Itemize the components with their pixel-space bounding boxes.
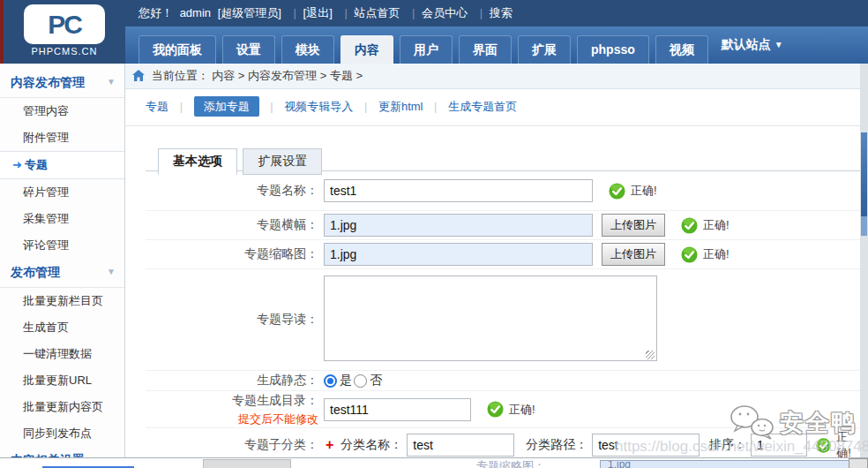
nav-tab-users[interactable]: 用户 (400, 35, 453, 64)
topic-name-input[interactable] (324, 179, 593, 202)
subcat-path-input[interactable] (592, 434, 700, 457)
topic-directory-input[interactable] (324, 398, 471, 421)
topic-thumbnail-input[interactable] (324, 243, 593, 266)
validation-status: 正确! (681, 246, 730, 263)
validation-status: 正确! (487, 401, 535, 418)
site-switcher[interactable]: 默认站点 ▼ (722, 26, 783, 64)
scrollbar-thumb[interactable] (861, 132, 867, 216)
subtab-bar: 专题 | 添加专题 | 视频专辑导入 | 更新html | 生成专题首页 (125, 89, 860, 126)
tab-extended-settings[interactable]: 扩展设置 (243, 148, 322, 175)
upload-image-button[interactable]: 上传图片 (602, 214, 665, 237)
validation-status: 正确! (681, 217, 730, 234)
subcat-name-input[interactable] (407, 434, 514, 457)
collapse-icon: ▼ (107, 267, 116, 276)
form-row-intro: 专题导读： (146, 269, 860, 371)
separator: | (434, 100, 437, 113)
logo-mark: PC (24, 4, 105, 44)
sidebar-item-batch-content[interactable]: 批量更新内容页 (0, 394, 124, 420)
sidebar-item-collection[interactable]: 采集管理 (0, 206, 124, 232)
field-label: 专题生成目录： (232, 393, 318, 409)
success-check-icon (681, 217, 698, 234)
field-label: 专题名称： (146, 183, 324, 199)
form-row-name: 专题名称： 正确! (146, 171, 860, 211)
sidebar-section-content-publish[interactable]: 内容发布管理 ▼ (0, 69, 124, 98)
sidebar-item-gen-home[interactable]: 生成首页 (0, 314, 124, 341)
sidebar-section-publish[interactable]: 发布管理 ▼ (0, 259, 124, 288)
separator: | (270, 100, 273, 113)
sidebar-item-batch-url[interactable]: 批量更新URL (0, 367, 124, 394)
logo-text: PHPCMS.CN (4, 46, 125, 57)
member-center-link[interactable]: 会员中心 (422, 6, 468, 19)
breadcrumb-trail[interactable]: 内容 > 内容发布管理 > 专题 > (212, 69, 363, 82)
background-thumb-input: 1.jpg (600, 460, 864, 468)
chevron-down-icon: ▼ (774, 40, 783, 49)
nav-tab-modules[interactable]: 模块 (281, 35, 334, 64)
topic-banner-input[interactable] (324, 214, 593, 237)
header: PC PHPCMS.CN 您好！ admin [超级管理员] | [退出] | … (0, 0, 868, 64)
sidebar-item-batch-category[interactable]: 批量更新栏目页 (0, 288, 124, 314)
upload-image-button[interactable]: 上传图片 (602, 243, 665, 266)
topic-intro-textarea[interactable] (324, 276, 657, 361)
background-button-fragment (849, 458, 868, 468)
sidebar-item-label: 专题 (25, 158, 48, 171)
username: admin (180, 6, 211, 19)
form-row-banner: 专题横幅： 上传图片 正确! (146, 211, 860, 240)
home-icon[interactable] (132, 65, 145, 90)
separator: | (344, 6, 347, 19)
status-text: 正确! (509, 402, 535, 418)
add-subcategory-button[interactable]: + (326, 437, 333, 453)
form-area: 基本选项 扩展设置 专题名称： 正确! 专题横幅： (146, 126, 860, 462)
section-title-label: 发布管理 (11, 265, 60, 279)
sidebar-item-comments[interactable]: 评论管理 (0, 232, 124, 259)
active-arrow-icon: ➜ (12, 158, 22, 171)
logout-link[interactable]: [退出] (303, 6, 333, 19)
sidebar-item-sync-publish[interactable]: 同步到发布点 (0, 420, 124, 447)
separator: | (412, 6, 415, 19)
site-home-link[interactable]: 站点首页 (354, 6, 400, 19)
nav-tab-settings[interactable]: 设置 (222, 35, 275, 64)
separator: | (294, 6, 296, 19)
field-label: 专题横幅： (146, 217, 324, 233)
nav-tab-video[interactable]: 视频 (655, 35, 708, 64)
greeting-text: 您好！ (138, 6, 173, 19)
subtab-add-topic[interactable]: 添加专题 (194, 96, 259, 117)
breadcrumb-prefix: 当前位置： (152, 69, 209, 82)
subtab-topic[interactable]: 专题 (146, 100, 168, 113)
nav-tab-phpsso[interactable]: phpsso (577, 35, 649, 64)
success-check-icon (816, 437, 831, 454)
sidebar-item-clean-data[interactable]: 一键清理数据 (0, 341, 124, 367)
form-tab-strip: 基本选项 扩展设置 (146, 126, 860, 171)
subcat-order-input[interactable] (751, 434, 807, 457)
separator: | (364, 100, 367, 113)
nav-tab-panel[interactable]: 我的面板 (138, 35, 216, 64)
subtab-gen-topic-home[interactable]: 生成专题首页 (448, 100, 517, 113)
section-title-label: 内容发布管理 (11, 75, 85, 89)
nav-tab-interface[interactable]: 界面 (459, 35, 512, 64)
scrollbar-thumb-fade (861, 216, 867, 236)
resize-handle[interactable] (646, 351, 655, 359)
field-warning-note: 提交后不能修改 (238, 411, 318, 427)
user-bar: 您好！ admin [超级管理员] | [退出] | 站点首页 | 会员中心 |… (125, 0, 868, 26)
search-link[interactable]: 搜索 (490, 6, 513, 19)
sidebar-item-manage-content[interactable]: 管理内容 (0, 98, 124, 125)
subtab-video-import[interactable]: 视频专辑导入 (284, 100, 353, 113)
sidebar-item-fragments[interactable]: 碎片管理 (0, 179, 124, 206)
subcat-name-label: 分类名称： (340, 437, 402, 453)
collapse-icon: ▼ (107, 77, 116, 87)
nav-tab-extensions[interactable]: 扩展 (518, 35, 571, 64)
nav-tab-content[interactable]: 内容 (340, 35, 393, 64)
scrollbar-track[interactable] (860, 64, 868, 468)
radio-yes-label: 是 (340, 373, 352, 389)
radio-yes[interactable] (324, 374, 337, 388)
success-check-icon (609, 183, 625, 200)
radio-no[interactable] (354, 374, 367, 388)
sidebar-item-special-topic[interactable]: ➜专题 (0, 151, 124, 179)
separator: | (480, 6, 483, 19)
sidebar: 内容发布管理 ▼ 管理内容 附件管理 ➜专题 碎片管理 采集管理 评论管理 发布… (0, 64, 125, 468)
form-row-thumbnail: 专题缩略图： 上传图片 正确! (146, 240, 860, 269)
subtab-update-html[interactable]: 更新html (378, 100, 423, 113)
field-label: 专题缩略图： (146, 246, 324, 262)
sidebar-item-attachments[interactable]: 附件管理 (0, 125, 124, 151)
tab-basic-options[interactable]: 基本选项 (158, 148, 237, 175)
logo[interactable]: PC PHPCMS.CN (4, 0, 125, 64)
